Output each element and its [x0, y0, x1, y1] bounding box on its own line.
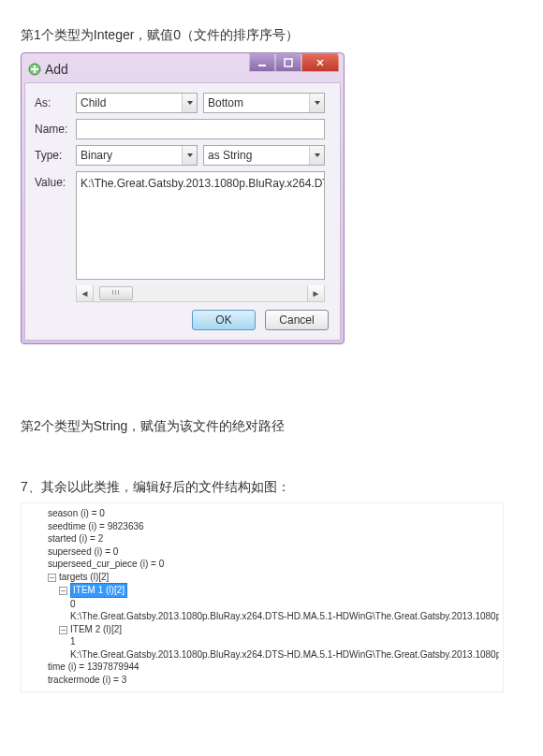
value-textarea[interactable]: K:\The.Great.Gatsby.2013.1080p.BluRay.x2…	[76, 171, 325, 280]
as-combo-value: Child	[81, 94, 106, 112]
tree-row: 1	[48, 635, 499, 648]
expand-icon[interactable]: –	[48, 574, 56, 582]
minimize-button[interactable]	[249, 53, 275, 72]
tree-row: –ITEM 2 (l)[2]	[48, 623, 499, 636]
tree-structure: season (i) = 0 seedtime (i) = 9823636 st…	[21, 502, 504, 692]
chevron-down-icon	[309, 94, 324, 112]
row-as: As: Child Bottom	[35, 93, 330, 113]
tree-row: started (i) = 2	[48, 532, 499, 545]
svg-rect-3	[258, 65, 266, 66]
as-combo[interactable]: Child	[76, 93, 198, 113]
row-type: Type: Binary as String	[35, 145, 330, 166]
tree-row: K:\The.Great.Gatsby.2013.1080p.BluRay.x2…	[48, 648, 499, 662]
plus-icon	[28, 63, 41, 76]
paragraph-intro-2: 第2个类型为String，赋值为该文件的绝对路径	[21, 415, 522, 436]
encoding-combo-value: as String	[208, 147, 252, 165]
svg-rect-4	[285, 59, 292, 66]
position-combo[interactable]: Bottom	[203, 93, 325, 113]
tree-row: superseed_cur_piece (i) = 0	[48, 558, 499, 571]
tree-row: 0	[48, 598, 499, 611]
close-button[interactable]	[301, 53, 339, 72]
chevron-down-icon	[182, 94, 197, 112]
tree-row: superseed (i) = 0	[48, 545, 499, 559]
dialog-body: As: Child Bottom Name: Type: Binary as S…	[24, 82, 341, 341]
expand-icon[interactable]: –	[59, 626, 67, 634]
tree-row: –ITEM 1 (l)[2]	[48, 583, 499, 598]
tree-row: –targets (l)[2]	[48, 571, 499, 584]
position-combo-value: Bottom	[208, 94, 243, 112]
titlebar[interactable]: Add	[24, 56, 341, 82]
name-input[interactable]	[76, 119, 325, 139]
label-value: Value:	[35, 171, 76, 192]
row-name: Name:	[35, 119, 330, 139]
expand-icon[interactable]: –	[59, 587, 67, 595]
scroll-left-icon[interactable]: ◄	[77, 285, 94, 301]
tree-row: seedtime (i) = 9823636	[48, 520, 499, 533]
encoding-combo[interactable]: as String	[203, 145, 325, 166]
tree-row: time (i) = 1397879944	[48, 661, 499, 674]
tree-row: season (i) = 0	[48, 507, 499, 520]
type-combo-value: Binary	[81, 147, 112, 165]
label-name: Name:	[35, 121, 76, 138]
chevron-down-icon	[309, 146, 324, 165]
paragraph-intro-1: 第1个类型为Integer，赋值0（文件的排序序号）	[21, 24, 522, 45]
label-as: As:	[35, 94, 76, 112]
tree-row: trackermode (i) = 3	[48, 674, 499, 687]
label-type: Type:	[35, 147, 76, 165]
dialog-button-row: OK Cancel	[35, 302, 330, 332]
maximize-button[interactable]	[275, 53, 301, 72]
scroll-track[interactable]: III	[94, 285, 307, 301]
ok-button[interactable]: OK	[192, 310, 256, 330]
svg-rect-2	[31, 68, 38, 70]
type-combo[interactable]: Binary	[76, 145, 198, 166]
window-buttons	[249, 53, 339, 72]
chevron-down-icon	[182, 146, 197, 165]
dialog-title: Add	[45, 59, 68, 80]
scroll-right-icon[interactable]: ►	[307, 285, 324, 301]
tree-selected-item[interactable]: ITEM 1 (l)[2]	[70, 583, 127, 598]
row-value: Value: K:\The.Great.Gatsby.2013.1080p.Bl…	[35, 171, 330, 280]
tree-row: K:\The.Great.Gatsby.2013.1080p.BluRay.x2…	[48, 610, 499, 623]
add-dialog: Add As: Child Bottom Name: Type:	[21, 52, 345, 344]
horizontal-scrollbar[interactable]: ◄ III ►	[76, 285, 325, 302]
scroll-thumb[interactable]: III	[99, 286, 133, 300]
paragraph-step-7: 7、其余以此类推，编辑好后的文件结构如图：	[21, 476, 522, 497]
cancel-button[interactable]: Cancel	[265, 310, 329, 330]
